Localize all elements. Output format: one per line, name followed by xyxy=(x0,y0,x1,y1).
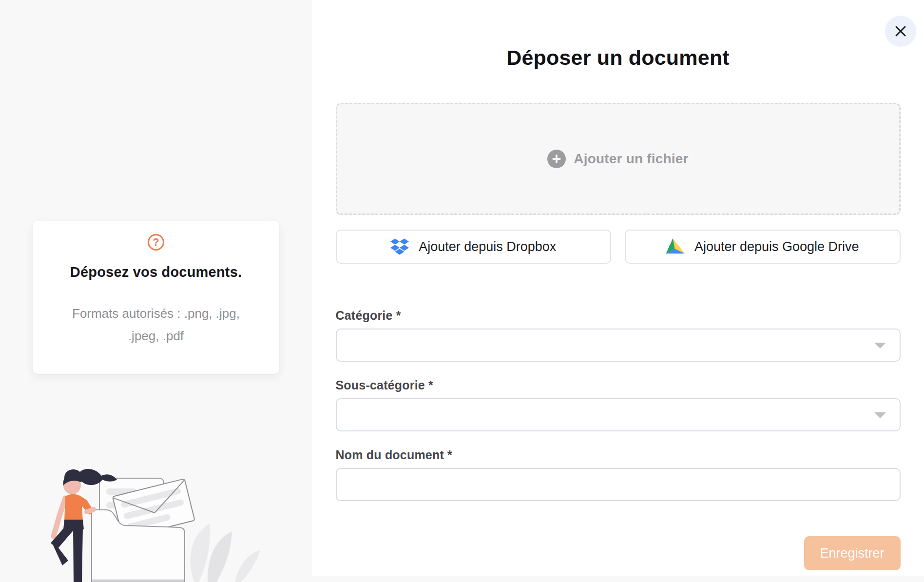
close-icon xyxy=(894,24,907,38)
chevron-down-icon xyxy=(874,412,886,418)
add-file-label: Ajouter un fichier xyxy=(574,151,688,167)
modal-panel: Déposer un document Ajouter un fichier xyxy=(312,0,924,576)
subcategory-select[interactable] xyxy=(336,398,901,431)
info-card: ? Déposez vos documents. Formats autoris… xyxy=(33,221,279,374)
document-name-field-block: Nom du document * xyxy=(336,448,901,501)
document-name-label: Nom du document * xyxy=(336,448,901,462)
modal-title: Déposer un document xyxy=(312,46,924,70)
add-from-google-drive-label: Ajouter depuis Google Drive xyxy=(694,239,859,254)
subcategory-label: Sous-catégorie * xyxy=(336,378,901,392)
add-from-dropbox-button[interactable]: Ajouter depuis Dropbox xyxy=(336,230,612,264)
file-dropzone[interactable]: Ajouter un fichier xyxy=(336,103,901,215)
plus-icon xyxy=(547,150,566,168)
upload-document-modal: ? Déposez vos documents. Formats autoris… xyxy=(0,0,924,582)
modal-content: Ajouter un fichier Ajouter depuis Dropbo… xyxy=(336,103,901,570)
add-from-dropbox-label: Ajouter depuis Dropbox xyxy=(419,239,556,254)
dropbox-icon xyxy=(390,238,409,255)
allowed-formats-text: Formats autorisés : .png, .jpg, .jpeg, .… xyxy=(58,303,253,347)
document-name-input[interactable] xyxy=(337,469,900,500)
subcategory-field-block: Sous-catégorie * xyxy=(336,378,901,431)
info-card-title: Déposez vos documents. xyxy=(33,264,279,280)
document-name-box xyxy=(336,468,901,501)
sidebar-panel: ? Déposez vos documents. Formats autoris… xyxy=(0,0,312,582)
save-button[interactable]: Enregistrer xyxy=(804,536,901,570)
category-field-block: Catégorie * xyxy=(336,309,901,362)
import-buttons-row: Ajouter depuis Dropbox Ajouter depuis Go… xyxy=(336,230,901,264)
add-from-google-drive-button[interactable]: Ajouter depuis Google Drive xyxy=(625,230,901,264)
page-background-strip xyxy=(312,576,924,582)
documents-illustration xyxy=(28,465,282,582)
google-drive-icon xyxy=(666,238,685,255)
actions-row: Enregistrer xyxy=(336,536,901,570)
category-label: Catégorie * xyxy=(336,309,901,323)
close-button[interactable] xyxy=(885,16,916,47)
category-select[interactable] xyxy=(336,329,901,362)
help-icon: ? xyxy=(148,234,164,251)
help-glyph: ? xyxy=(153,236,159,249)
chevron-down-icon xyxy=(874,343,886,349)
document-form: Catégorie * Sous-catégorie * Nom du docu… xyxy=(336,309,901,570)
